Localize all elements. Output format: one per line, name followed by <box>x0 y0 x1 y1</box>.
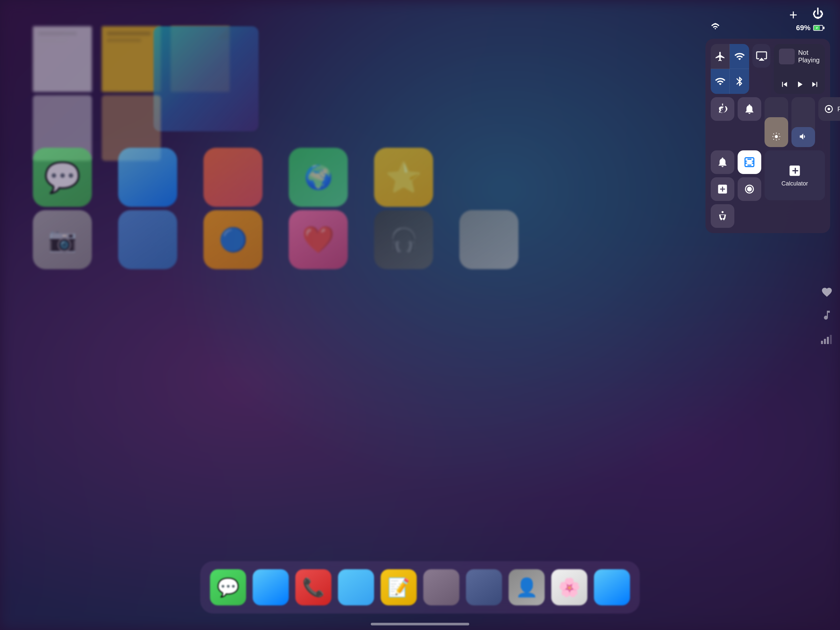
cc-wifi-btn[interactable] <box>711 69 730 94</box>
cc-orientation-lock-btn[interactable] <box>711 97 734 121</box>
home-indicator <box>371 623 469 625</box>
svg-point-4 <box>775 135 778 138</box>
cc-nowplaying-title: Not Playing <box>798 49 819 64</box>
cc-row-3: Calculator <box>711 150 825 201</box>
cc-battery-percent: 69% <box>796 24 810 32</box>
power-button[interactable]: ⏻ <box>812 7 824 20</box>
cc-side-icons <box>821 286 833 344</box>
cc-dnd-btn[interactable] <box>737 97 761 121</box>
cc-nowplaying-controls <box>779 79 819 89</box>
cc-notification-btn[interactable] <box>711 150 734 174</box>
cc-addnotes-btn[interactable] <box>711 177 734 201</box>
add-button[interactable]: + <box>789 7 797 23</box>
cc-volume-icon <box>799 132 808 142</box>
cc-sliders <box>764 97 815 147</box>
cc-volume-slider[interactable] <box>791 97 815 147</box>
svg-rect-3 <box>722 104 723 106</box>
cc-signal-icon <box>821 332 833 344</box>
svg-point-9 <box>722 211 723 213</box>
cc-focus-label: Focus <box>837 105 840 113</box>
cc-battery-area: 69% <box>796 24 825 32</box>
dock: 💬 📞 📝 👤 🌸 <box>200 561 640 614</box>
large-widget <box>153 26 259 131</box>
cc-bluetooth-btn[interactable] <box>730 69 749 94</box>
control-center: 69% <box>706 20 830 233</box>
cc-screenrecord-btn[interactable] <box>737 177 761 201</box>
cc-album-art <box>779 49 795 64</box>
cc-mobiledata-btn[interactable] <box>730 44 749 69</box>
cc-music-icon <box>821 309 833 322</box>
cc-row-2: Focus <box>711 97 825 147</box>
cc-calculator-label: Calculator <box>781 180 808 187</box>
cc-battery-icon <box>813 25 825 31</box>
cc-calculator-btn[interactable]: Calculator <box>764 150 825 200</box>
cc-airplay-btn[interactable] <box>752 44 771 68</box>
app-row-3: 📷 🔵 ❤️ 🎧 <box>33 210 518 269</box>
cc-panel: Not Playing <box>706 39 830 233</box>
cc-col-2 <box>737 150 761 201</box>
cc-row-4 <box>711 204 825 228</box>
svg-point-5 <box>827 108 830 110</box>
cc-airplane-btn[interactable] <box>711 44 730 69</box>
svg-rect-2 <box>823 27 824 29</box>
app-row-2: 💬 🌍 ⭐ <box>33 148 433 207</box>
svg-point-8 <box>747 187 752 192</box>
cc-nowplaying-top: Not Playing <box>779 49 819 64</box>
cc-statusbar: 69% <box>706 20 830 36</box>
cc-brightness-slider[interactable] <box>764 97 788 147</box>
cc-col-1 <box>711 150 734 201</box>
cc-play-btn[interactable] <box>795 79 805 89</box>
cc-accessibility-btn[interactable] <box>711 204 734 228</box>
cc-prev-btn[interactable] <box>780 79 789 89</box>
cc-heart-icon <box>821 286 833 299</box>
cc-focus-btn[interactable]: Focus <box>818 97 840 121</box>
cc-brightness-icon <box>772 132 781 142</box>
cc-network-block <box>711 44 749 94</box>
cc-next-btn[interactable] <box>810 79 819 89</box>
cc-row-1: Not Playing <box>711 44 825 94</box>
cc-nowplaying-block[interactable]: Not Playing <box>774 44 825 94</box>
cc-screenmirror-btn[interactable] <box>737 150 761 174</box>
cc-wifi-icon <box>711 22 720 33</box>
